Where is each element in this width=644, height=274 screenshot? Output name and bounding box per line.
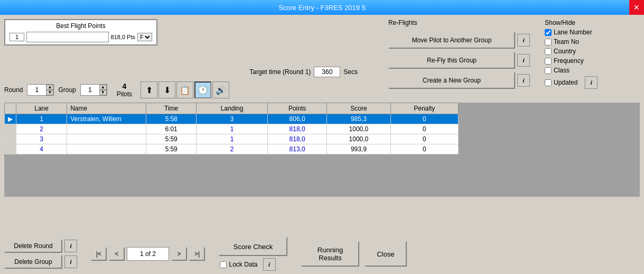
- nav-last-btn[interactable]: >|: [189, 247, 205, 261]
- speaker-btn[interactable]: 🔊: [212, 81, 229, 98]
- row-arrow: [5, 124, 16, 134]
- title-bar: Score Entry - F3RES 2019 5 ✕: [0, 0, 644, 15]
- lane-number-check[interactable]: [545, 29, 552, 36]
- row-arrow: [5, 134, 16, 144]
- pilots-count: 4: [117, 82, 132, 90]
- table-row[interactable]: ▶1Verstralen, Willem5:583806,0985,30: [5, 114, 459, 124]
- lane-number-label: Lane Number: [554, 29, 592, 36]
- best-flight-num[interactable]: [10, 33, 24, 41]
- th-time: Time: [146, 103, 197, 114]
- table-row[interactable]: 35:591818,01000,00: [5, 134, 459, 144]
- round-input[interactable]: [27, 86, 46, 94]
- bottom-bar: Delete Round i Delete Group i |< < 1 of …: [0, 234, 644, 274]
- nav-section: |< < 1 of 2 > >|: [91, 247, 205, 261]
- lock-data-check[interactable]: [220, 261, 227, 268]
- row-landing: 1: [197, 124, 268, 134]
- close-btn[interactable]: Close: [365, 241, 407, 267]
- center-panel: Re-Flights Move Pilot to Another Group i…: [388, 19, 530, 98]
- round-up-btn[interactable]: ▲: [46, 85, 53, 90]
- row-name: [67, 144, 146, 154]
- th-points: Points: [268, 103, 327, 114]
- delete-round-btn[interactable]: Delete Round: [4, 239, 62, 253]
- best-flight-points: 818,0 Pts: [111, 34, 135, 40]
- target-time-input[interactable]: [314, 67, 340, 77]
- lock-data-info[interactable]: i: [263, 258, 276, 271]
- round-label: Round: [4, 86, 23, 94]
- running-results-btn[interactable]: RunningResults: [301, 241, 359, 267]
- table-row[interactable]: 26:011818,01000,00: [5, 124, 459, 134]
- delete-group-info[interactable]: i: [64, 255, 77, 268]
- checkbox-lane-number: Lane Number: [545, 29, 640, 36]
- row-name: [67, 134, 146, 144]
- checkbox-frequency: Frequency: [545, 57, 640, 65]
- row-points: 806,0: [268, 114, 327, 124]
- copy-btn[interactable]: 📋: [176, 81, 193, 98]
- class-check[interactable]: [545, 67, 552, 74]
- round-down-btn[interactable]: ▼: [46, 90, 53, 95]
- country-check[interactable]: [545, 48, 552, 55]
- table-row[interactable]: 45:592813,0993,90: [5, 144, 459, 154]
- target-row: Target time (Round 1) Secs: [4, 67, 368, 77]
- th-lane: Lane: [16, 103, 67, 114]
- updated-label: Updated: [554, 79, 577, 86]
- frequency-label: Frequency: [554, 57, 584, 65]
- bottom-left: Delete Round i Delete Group i: [4, 239, 77, 269]
- create-new-row: Create a New Group i: [388, 72, 530, 89]
- round-group-row: Round ▲ ▼ Group ▲ ▼ 4: [4, 81, 368, 98]
- clock-btn[interactable]: 🕐: [194, 81, 211, 98]
- data-table: Lane Name Time Landing Points Score Pena…: [4, 103, 459, 154]
- frequency-check[interactable]: [545, 58, 552, 65]
- create-new-btn[interactable]: Create a New Group: [388, 72, 515, 89]
- score-check-btn[interactable]: Score Check: [219, 237, 287, 256]
- row-penalty: 0: [390, 114, 458, 124]
- updated-info-btn[interactable]: i: [585, 76, 598, 89]
- round-spinner[interactable]: ▲ ▼: [27, 84, 54, 96]
- group-up-btn[interactable]: ▲: [99, 85, 107, 90]
- row-penalty: 0: [390, 144, 458, 154]
- group-label: Group: [58, 86, 76, 94]
- row-score: 985,3: [327, 114, 390, 124]
- row-time: 5:58: [146, 114, 197, 124]
- empty-area: [4, 154, 459, 197]
- updated-check[interactable]: [545, 79, 552, 86]
- best-flight-select[interactable]: F: [137, 33, 152, 41]
- th-arrow: [5, 103, 16, 114]
- row-arrow: ▶: [5, 114, 16, 124]
- group-down-btn[interactable]: ▼: [99, 90, 107, 95]
- show-hide-label: Show/Hide: [545, 19, 640, 26]
- row-lane: 3: [16, 134, 67, 144]
- team-no-check[interactable]: [545, 39, 552, 45]
- row-score: 1000,0: [327, 134, 390, 144]
- nav-first-btn[interactable]: |<: [91, 247, 107, 261]
- delete-round-info[interactable]: i: [64, 240, 77, 252]
- download-btn[interactable]: ⬇: [158, 81, 175, 98]
- row-penalty: 0: [390, 124, 458, 134]
- row-penalty: 0: [390, 134, 458, 144]
- group-spinner[interactable]: ▲ ▼: [80, 84, 107, 96]
- checkbox-updated: Updated i: [545, 76, 640, 89]
- nav-next-btn[interactable]: >: [171, 247, 187, 261]
- pilots-info: 4 Pilots: [117, 82, 132, 98]
- move-pilot-info-btn[interactable]: i: [517, 34, 530, 47]
- score-check-section: Score Check Lock Data i: [208, 237, 287, 271]
- group-input[interactable]: [81, 86, 99, 94]
- team-no-label: Team No: [554, 38, 579, 45]
- best-flight-row: 818,0 Pts F: [10, 32, 152, 42]
- delete-group-btn[interactable]: Delete Group: [4, 255, 62, 269]
- right-panel: Show/Hide Lane Number Team No Country Fr…: [545, 19, 640, 98]
- row-arrow: [5, 144, 16, 154]
- target-time-unit: Secs: [343, 68, 358, 76]
- pilots-label: Pilots: [117, 90, 132, 98]
- close-window-button[interactable]: ✕: [629, 0, 644, 15]
- upload-btn[interactable]: ⬆: [141, 81, 157, 98]
- row-lane: 4: [16, 144, 67, 154]
- move-pilot-btn[interactable]: Move Pilot to Another Group: [388, 32, 515, 49]
- refly-group-btn[interactable]: Re-Fly this Group: [388, 52, 515, 69]
- row-score: 993,9: [327, 144, 390, 154]
- checkbox-country: Country: [545, 48, 640, 55]
- refly-info-btn[interactable]: i: [517, 54, 530, 67]
- row-time: 5:59: [146, 144, 197, 154]
- refly-group-row: Re-Fly this Group i: [388, 52, 530, 69]
- nav-prev-btn[interactable]: <: [109, 247, 125, 261]
- create-new-info-btn[interactable]: i: [517, 74, 530, 87]
